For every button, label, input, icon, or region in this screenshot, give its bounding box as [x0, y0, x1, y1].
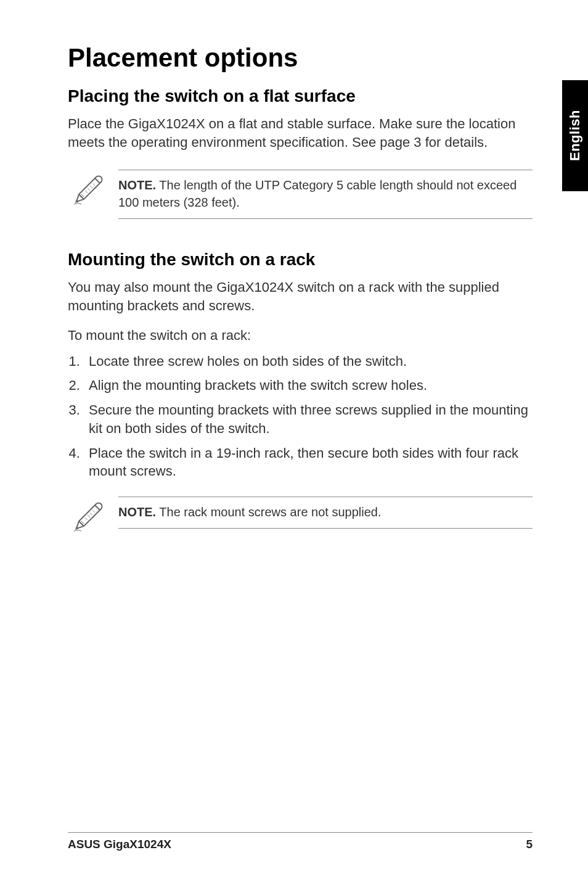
section-heading-rack: Mounting the switch on a rack [68, 250, 533, 270]
footer-page-number: 5 [526, 838, 533, 851]
note-body-2: The rack mount screws are not supplied. [156, 505, 381, 519]
section2-paragraph: You may also mount the GigaX1024X switch… [68, 278, 533, 315]
section1-paragraph: Place the GigaX1024X on a flat and stabl… [68, 115, 533, 151]
note-label-2: NOTE. [118, 505, 156, 519]
section-heading-flat-surface: Placing the switch on a flat surface [68, 86, 533, 106]
steps-list: Locate three screw holes on both sides o… [68, 352, 533, 481]
note-label-1: NOTE. [118, 178, 156, 192]
note-body-1: The length of the UTP Category 5 cable l… [118, 178, 517, 209]
list-item: Locate three screw holes on both sides o… [84, 352, 533, 371]
list-item: Secure the mounting brackets with three … [84, 401, 533, 437]
note-block-1: NOTE. The length of the UTP Category 5 c… [73, 170, 533, 219]
note-text-1: NOTE. The length of the UTP Category 5 c… [118, 170, 533, 219]
page-title: Placement options [68, 43, 533, 73]
footer-left: ASUS GigaX1024X [68, 838, 171, 851]
note-text-2: NOTE. The rack mount screws are not supp… [118, 497, 533, 529]
note-block-2: NOTE. The rack mount screws are not supp… [73, 497, 533, 535]
pencil-icon [73, 500, 105, 535]
list-item: Align the mounting brackets with the swi… [84, 376, 533, 395]
section2-leadin: To mount the switch on a rack: [68, 328, 533, 344]
list-item: Place the switch in a 19-inch rack, then… [84, 444, 533, 481]
page-footer: ASUS GigaX1024X 5 [68, 832, 533, 851]
page-content: Placement options Placing the switch on … [0, 0, 588, 887]
pencil-icon [73, 173, 105, 208]
